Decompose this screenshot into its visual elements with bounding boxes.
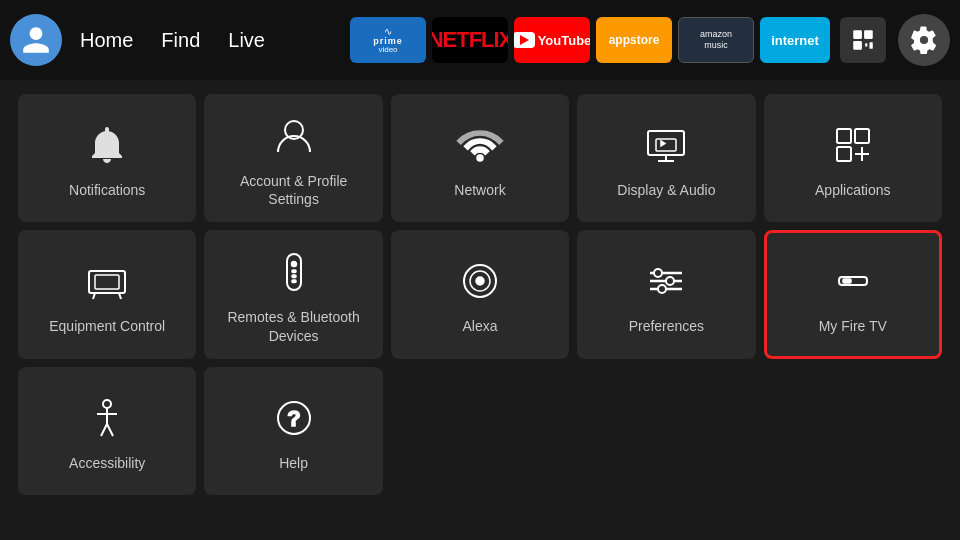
app-appstore[interactable]: appstore — [596, 17, 672, 63]
display-audio-label: Display & Audio — [617, 181, 715, 199]
svg-point-31 — [666, 277, 674, 285]
app-shortcuts: ∿ prime video NETFLIX YouTube appstore a… — [350, 14, 950, 66]
svg-line-38 — [101, 424, 107, 436]
grid-view-button[interactable] — [840, 17, 886, 63]
my-fire-tv-label: My Fire TV — [819, 317, 887, 335]
svg-point-32 — [658, 285, 666, 293]
remote-icon — [270, 248, 318, 296]
svg-point-26 — [476, 277, 484, 285]
app-amazonmusic[interactable]: amazonmusic — [678, 17, 754, 63]
app-primevideo[interactable]: ∿ prime video — [350, 17, 426, 63]
tile-network[interactable]: Network — [391, 94, 569, 222]
tile-help[interactable]: ? Help — [204, 367, 382, 495]
svg-point-35 — [103, 400, 111, 408]
svg-rect-0 — [853, 30, 862, 39]
svg-point-20 — [291, 262, 296, 267]
alexa-icon — [456, 257, 504, 305]
svg-rect-10 — [837, 129, 851, 143]
svg-rect-3 — [870, 42, 873, 48]
nav-home[interactable]: Home — [80, 29, 133, 52]
svg-rect-11 — [855, 129, 869, 143]
svg-rect-4 — [865, 43, 867, 46]
tile-my-fire-tv[interactable]: My Fire TV — [764, 230, 942, 358]
tile-applications[interactable]: Applications — [764, 94, 942, 222]
wifi-icon — [456, 121, 504, 169]
tile-equipment-control[interactable]: Equipment Control — [18, 230, 196, 358]
tile-remotes-bluetooth[interactable]: Remotes & Bluetooth Devices — [204, 230, 382, 358]
firetv-icon — [829, 257, 877, 305]
settings-grid: Notifications Account & Profile Settings… — [0, 80, 960, 509]
remotes-bluetooth-label: Remotes & Bluetooth Devices — [214, 308, 372, 344]
bell-icon — [83, 121, 131, 169]
tile-display-audio[interactable]: Display & Audio — [577, 94, 755, 222]
navbar: Home Find Live ∿ prime video NETFLIX You… — [0, 0, 960, 80]
help-label: Help — [279, 454, 308, 472]
alexa-label: Alexa — [462, 317, 497, 335]
network-label: Network — [454, 181, 505, 199]
accessibility-label: Accessibility — [69, 454, 145, 472]
svg-rect-1 — [864, 30, 873, 39]
svg-rect-2 — [853, 41, 862, 50]
svg-point-30 — [654, 269, 662, 277]
svg-rect-12 — [837, 147, 851, 161]
svg-rect-18 — [95, 275, 119, 289]
svg-rect-21 — [292, 270, 296, 273]
avatar[interactable] — [10, 14, 62, 66]
apps-icon — [829, 121, 877, 169]
equipment-control-label: Equipment Control — [49, 317, 165, 335]
app-netflix[interactable]: NETFLIX — [432, 17, 508, 63]
nav-links: Home Find Live — [80, 29, 265, 52]
app-youtube[interactable]: YouTube — [514, 17, 590, 63]
svg-rect-22 — [292, 275, 296, 278]
tile-preferences[interactable]: Preferences — [577, 230, 755, 358]
tile-notifications[interactable]: Notifications — [18, 94, 196, 222]
tile-alexa[interactable]: Alexa — [391, 230, 569, 358]
svg-rect-23 — [292, 280, 296, 283]
settings-button[interactable] — [898, 14, 950, 66]
notifications-label: Notifications — [69, 181, 145, 199]
svg-rect-34 — [843, 279, 851, 283]
tv-icon — [83, 257, 131, 305]
nav-live[interactable]: Live — [228, 29, 265, 52]
tile-account[interactable]: Account & Profile Settings — [204, 94, 382, 222]
svg-text:?: ? — [287, 406, 300, 431]
person-icon — [270, 112, 318, 160]
account-label: Account & Profile Settings — [214, 172, 372, 208]
sliders-icon — [642, 257, 690, 305]
tile-accessibility[interactable]: Accessibility — [18, 367, 196, 495]
applications-label: Applications — [815, 181, 891, 199]
preferences-label: Preferences — [629, 317, 704, 335]
svg-line-39 — [107, 424, 113, 436]
accessibility-icon — [83, 394, 131, 442]
help-icon: ? — [270, 394, 318, 442]
nav-find[interactable]: Find — [161, 29, 200, 52]
app-internet[interactable]: internet — [760, 17, 830, 63]
display-icon — [642, 121, 690, 169]
svg-rect-9 — [656, 139, 676, 151]
